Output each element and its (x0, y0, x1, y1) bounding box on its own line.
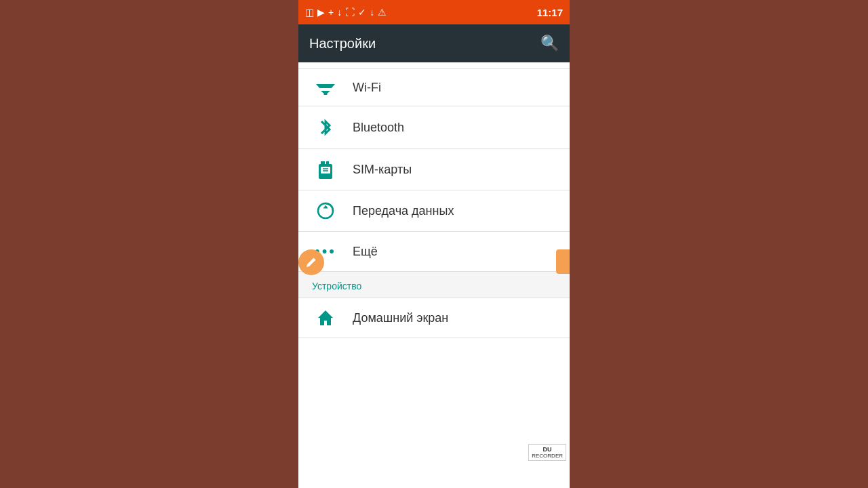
status-bar: ◫ ▶ + ↓ ⛶ ✓ ↓ ⚠ 11:17 (298, 0, 570, 24)
check-icon: ✓ (358, 7, 366, 18)
download2-icon: ↓ (370, 7, 374, 18)
no-icon: ⚠ (378, 7, 387, 18)
bluetooth-icon-container (312, 117, 339, 138)
watermark: DU RECORDER (528, 444, 566, 461)
watermark-box: DU RECORDER (528, 444, 566, 461)
sim-icon-container (312, 160, 339, 179)
battery-plus-icon: + (328, 7, 334, 18)
app-title: Настройки (309, 36, 376, 52)
right-panel (570, 0, 868, 488)
svg-rect-6 (321, 161, 325, 165)
sim-item[interactable]: SIM-карты (298, 149, 570, 190)
svg-rect-5 (321, 167, 330, 174)
home-icon-container (312, 309, 339, 327)
data-item[interactable]: Передача данных (298, 190, 570, 232)
status-time: 11:17 (537, 7, 563, 18)
sim-label: SIM-карты (353, 163, 412, 177)
settings-list: Wi-Fi Bluetooth (298, 62, 570, 488)
fab-right[interactable] (556, 249, 570, 274)
wifi-icon-container (312, 80, 339, 95)
wifi-icon (316, 80, 335, 95)
more-item[interactable]: ••• Ещё (298, 232, 570, 272)
more-label: Ещё (353, 245, 378, 259)
fab-left[interactable] (298, 249, 324, 275)
app-bar: Настройки 🔍 (298, 24, 570, 62)
video-icon: ▶ (317, 7, 325, 18)
edit-icon (304, 256, 318, 269)
data-transfer-icon (316, 201, 335, 220)
home-screen-item[interactable]: Домашний экран (298, 298, 570, 338)
svg-rect-7 (326, 161, 329, 165)
status-icons: ◫ ▶ + ↓ ⛶ ✓ ↓ ⚠ (305, 7, 387, 18)
wifi-item[interactable]: Wi-Fi (298, 69, 570, 106)
wifi-label: Wi-Fi (353, 81, 381, 95)
svg-marker-11 (318, 310, 333, 325)
bluetooth-item[interactable]: Bluetooth (298, 106, 570, 149)
download-icon: ↓ (337, 7, 342, 18)
data-label: Передача данных (353, 204, 454, 218)
device-section-title: Устройство (312, 281, 361, 291)
search-icon[interactable]: 🔍 (540, 35, 559, 52)
watermark-logo: DU (532, 446, 563, 453)
home-screen-label: Домашний экран (353, 311, 448, 325)
chat-icon: ◫ (305, 7, 314, 18)
left-panel (0, 0, 298, 488)
bluetooth-icon (317, 117, 334, 138)
phone-frame: ◫ ▶ + ↓ ⛶ ✓ ↓ ⚠ 11:17 Настройки 🔍 (298, 0, 570, 488)
partial-item (298, 62, 570, 69)
image-icon: ⛶ (345, 7, 355, 18)
data-icon-container (312, 201, 339, 220)
device-section-header: Устройство (298, 272, 570, 298)
home-icon (317, 309, 334, 327)
bluetooth-label: Bluetooth (353, 121, 404, 135)
sim-icon (317, 160, 334, 179)
watermark-text: RECORDER (532, 453, 563, 459)
